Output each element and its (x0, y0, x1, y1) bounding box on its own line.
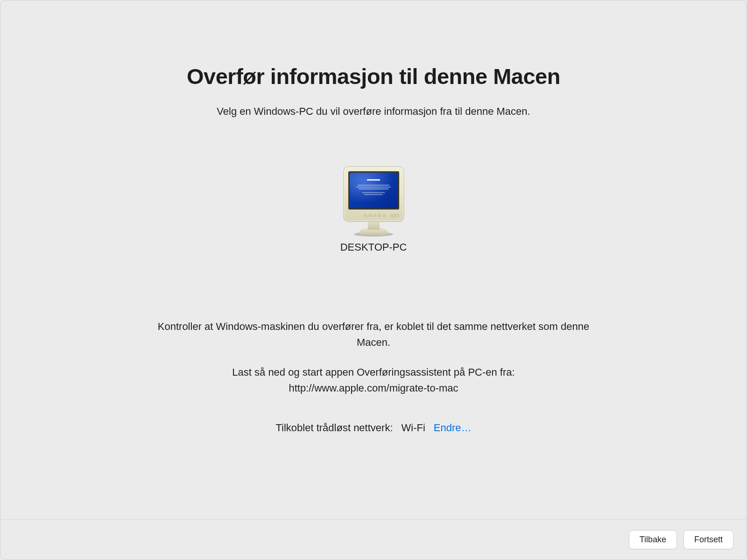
device-label: DESKTOP-PC (340, 241, 407, 253)
main-content: Overfør informasjon til denne Macen Velg… (0, 0, 747, 519)
continue-button[interactable]: Fortsett (684, 530, 733, 549)
svg-point-16 (383, 214, 386, 217)
footer-bar: Tilbake Fortsett (0, 519, 747, 560)
instructions-text: Kontroller at Windows-maskinen du overfø… (154, 319, 593, 396)
svg-rect-5 (350, 173, 398, 208)
page-subtitle: Velg en Windows-PC du vil overføre infor… (217, 105, 530, 118)
page-title: Overfør informasjon til denne Macen (187, 63, 560, 89)
svg-rect-11 (364, 194, 383, 195)
svg-rect-17 (391, 214, 399, 217)
svg-rect-7 (358, 185, 389, 186)
svg-point-15 (378, 214, 381, 217)
network-name: Wi-Fi (402, 422, 425, 434)
instruction-line-2: Last så ned og start appen Overføringsas… (154, 364, 593, 380)
svg-rect-6 (367, 179, 380, 181)
svg-point-12 (364, 214, 367, 217)
instruction-url: http://www.apple.com/migrate-to-mac (154, 380, 593, 396)
back-button[interactable]: Tilbake (629, 530, 677, 549)
change-network-link[interactable]: Endre… (434, 422, 472, 434)
network-status-row: Tilkoblet trådløst nettverk: Wi-Fi Endre… (275, 422, 471, 434)
windows-pc-icon (340, 164, 408, 237)
svg-point-13 (369, 214, 372, 217)
svg-rect-10 (362, 192, 385, 193)
instruction-line-1: Kontroller at Windows-maskinen du overfø… (154, 319, 593, 350)
svg-point-14 (374, 214, 376, 217)
svg-rect-8 (356, 187, 391, 188)
svg-rect-9 (359, 189, 388, 189)
device-item[interactable]: DESKTOP-PC (340, 164, 408, 253)
network-label: Tilkoblet trådløst nettverk: (275, 422, 393, 434)
